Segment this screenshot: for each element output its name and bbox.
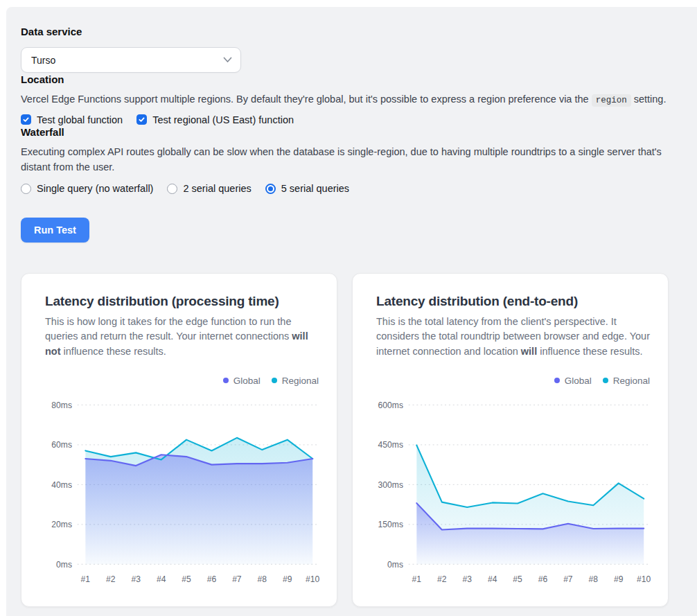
latency-processing-card: Latency distribution (processing time) T… [21, 273, 337, 607]
svg-text:#4: #4 [488, 574, 497, 584]
svg-text:300ms: 300ms [378, 480, 403, 490]
location-description-text: Vercel Edge Functions support multiple r… [21, 94, 592, 105]
legend-item-regional: Regional [272, 376, 319, 386]
radio-label: 2 serial queries [183, 183, 251, 194]
legend-label: Global [233, 376, 261, 386]
checkbox-label: Test regional (US East) function [152, 114, 294, 125]
latency-test-panel: Data service Turso Location Vercel Edge … [6, 7, 697, 616]
latency-end-to-end-card: Latency distribution (end-to-end) This i… [352, 273, 669, 607]
svg-text:40ms: 40ms [51, 480, 72, 490]
e2e-card-description: This is the total latency from the clien… [376, 315, 652, 359]
svg-text:#2: #2 [437, 574, 447, 584]
global-legend-dot-icon [554, 378, 560, 383]
processing-latency-chart: 80ms60ms40ms20ms0ms#1#2#3#4#5#6#7#8#9#10 [45, 391, 321, 593]
radio-unselected-icon [21, 184, 31, 194]
svg-text:20ms: 20ms [51, 520, 72, 529]
e2e-chart-legend: GlobalRegional [376, 376, 651, 386]
checkbox-checked-icon [136, 114, 147, 125]
region-code-chip: region [592, 94, 631, 107]
regional-legend-dot-icon [272, 378, 277, 383]
global-legend-dot-icon [223, 378, 229, 383]
processing-desc-suffix: influence these results. [61, 346, 166, 357]
radio-unselected-icon [167, 184, 177, 194]
data-service-heading: Data service [21, 25, 683, 39]
svg-text:0ms: 0ms [387, 560, 403, 570]
checkbox-checked-icon [21, 114, 31, 125]
chevron-down-icon [223, 57, 232, 63]
svg-text:#1: #1 [81, 574, 91, 584]
waterfall-heading: Waterfall [21, 125, 683, 139]
svg-text:#4: #4 [157, 574, 166, 584]
checkbox-test-global-function[interactable]: Test global function [21, 114, 123, 125]
run-test-button[interactable]: Run Test [21, 218, 89, 243]
svg-text:#1: #1 [412, 574, 422, 584]
svg-text:600ms: 600ms [378, 401, 403, 410]
radio-single-query-no-waterfall[interactable]: Single query (no waterfall) [21, 183, 153, 194]
svg-text:#2: #2 [106, 574, 116, 584]
svg-text:150ms: 150ms [378, 520, 403, 529]
svg-text:#8: #8 [258, 574, 267, 584]
svg-text:#8: #8 [589, 574, 599, 584]
svg-text:#9: #9 [614, 574, 624, 584]
radio-label: 5 serial queries [281, 183, 349, 194]
waterfall-radio-group: Single query (no waterfall)2 serial quer… [21, 183, 683, 194]
location-description-suffix: setting. [631, 94, 667, 105]
radio-5-serial-queries[interactable]: 5 serial queries [265, 183, 349, 194]
checkbox-test-regional-us-east-function[interactable]: Test regional (US East) function [136, 114, 294, 125]
e2e-card-title: Latency distribution (end-to-end) [376, 293, 651, 310]
e2e-desc-bold: will [521, 346, 537, 357]
svg-text:#10: #10 [637, 574, 651, 584]
charts-row: Latency distribution (processing time) T… [21, 273, 683, 607]
waterfall-description: Executing complex API routes globally ca… [21, 145, 680, 175]
svg-text:0ms: 0ms [56, 560, 72, 570]
radio-label: Single query (no waterfall) [37, 183, 153, 194]
radio-2-serial-queries[interactable]: 2 serial queries [167, 183, 251, 194]
data-service-select[interactable]: Turso [21, 47, 241, 73]
checkbox-label: Test global function [37, 114, 123, 125]
svg-text:80ms: 80ms [51, 401, 72, 410]
svg-text:#5: #5 [182, 574, 191, 584]
e2e-latency-chart: 600ms450ms300ms150ms0ms#1#2#3#4#5#6#7#8#… [376, 391, 652, 593]
svg-text:#6: #6 [538, 574, 548, 584]
svg-text:#5: #5 [513, 574, 522, 584]
e2e-desc-suffix: influence these results. [537, 346, 642, 357]
processing-chart-legend: GlobalRegional [45, 376, 320, 386]
regional-legend-dot-icon [603, 378, 608, 383]
location-checkbox-group: Test global functionTest regional (US Ea… [21, 114, 683, 125]
svg-text:#9: #9 [283, 574, 292, 584]
svg-text:#7: #7 [232, 574, 242, 584]
radio-selected-icon [265, 184, 276, 194]
legend-item-global: Global [223, 376, 261, 386]
location-heading: Location [21, 73, 683, 87]
svg-text:#3: #3 [462, 574, 472, 584]
processing-card-title: Latency distribution (processing time) [45, 293, 320, 310]
data-service-selected-value: Turso [31, 55, 55, 66]
svg-text:450ms: 450ms [378, 440, 403, 450]
legend-item-regional: Regional [603, 376, 650, 386]
svg-text:#7: #7 [563, 574, 573, 584]
legend-item-global: Global [554, 376, 592, 386]
legend-label: Regional [613, 376, 650, 386]
svg-text:#10: #10 [306, 574, 319, 584]
svg-text:#3: #3 [131, 574, 141, 584]
processing-card-description: This is how long it takes for the edge f… [45, 315, 321, 359]
legend-label: Regional [282, 376, 319, 386]
svg-text:#6: #6 [207, 574, 217, 584]
legend-label: Global [565, 376, 592, 386]
location-description: Vercel Edge Functions support multiple r… [21, 92, 683, 107]
processing-desc-text: This is how long it takes for the edge f… [45, 316, 292, 342]
svg-text:60ms: 60ms [51, 440, 72, 450]
